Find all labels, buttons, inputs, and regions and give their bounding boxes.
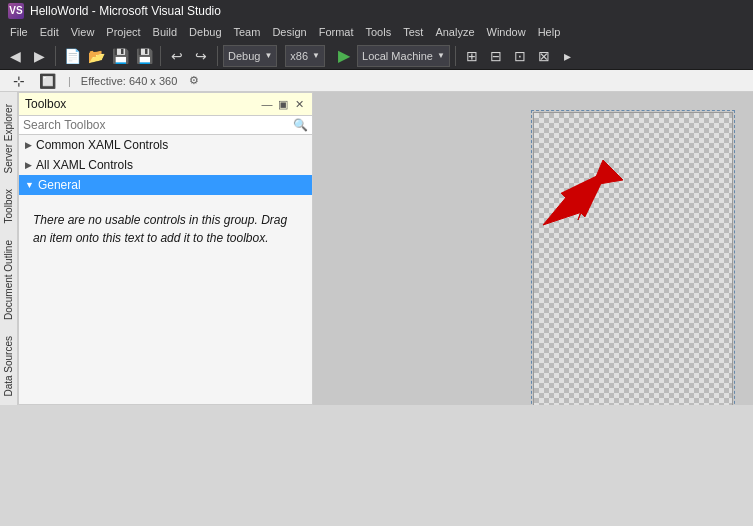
toolbar-extra-1[interactable]: ⊞ bbox=[461, 45, 483, 67]
toolbox-header: Toolbox — ▣ ✕ bbox=[19, 93, 312, 116]
design-surface[interactable]: ⛓ bbox=[533, 112, 733, 405]
menu-build[interactable]: Build bbox=[147, 24, 183, 40]
toolbox-search-bar[interactable]: 🔍 bbox=[19, 116, 312, 135]
debug-config-dropdown[interactable]: Debug ▼ bbox=[223, 45, 277, 67]
toolbar-extra-2[interactable]: ⊟ bbox=[485, 45, 507, 67]
left-vtabs: Server Explorer Toolbox Document Outline… bbox=[0, 92, 18, 405]
menu-design[interactable]: Design bbox=[266, 24, 312, 40]
sub-toolbar: ⊹ 🔲 | Effective: 640 x 360 ⚙ bbox=[0, 70, 753, 92]
search-icon: 🔍 bbox=[293, 118, 308, 132]
cursor-tool[interactable]: ⊹ bbox=[8, 70, 30, 92]
canvas-area[interactable]: ⛓ bbox=[313, 92, 753, 405]
toolbox-search-input[interactable] bbox=[23, 118, 293, 132]
start-button[interactable]: ▶ bbox=[333, 45, 355, 67]
toolbar-extra-3[interactable]: ⊡ bbox=[509, 45, 531, 67]
back-button[interactable]: ◀ bbox=[4, 45, 26, 67]
toolbox-group-common-xaml[interactable]: ▶ Common XAML Controls bbox=[19, 135, 312, 155]
menu-format[interactable]: Format bbox=[313, 24, 360, 40]
debug-config-label: Debug bbox=[228, 50, 260, 62]
menu-edit[interactable]: Edit bbox=[34, 24, 65, 40]
toolbox-group-general[interactable]: ▼ General bbox=[19, 175, 312, 195]
vs-icon: VS bbox=[8, 3, 24, 19]
toolbar-separator-2 bbox=[160, 46, 161, 66]
open-button[interactable]: 📂 bbox=[85, 45, 107, 67]
toolbox-float-button[interactable]: ▣ bbox=[276, 97, 290, 111]
save-all-button[interactable]: 💾 bbox=[133, 45, 155, 67]
common-xaml-label: Common XAML Controls bbox=[36, 138, 168, 152]
toolbar-separator-4 bbox=[455, 46, 456, 66]
debug-config-arrow: ▼ bbox=[264, 51, 272, 60]
menu-file[interactable]: File bbox=[4, 24, 34, 40]
server-explorer-tab[interactable]: Server Explorer bbox=[1, 96, 16, 181]
toolbox-tab[interactable]: Toolbox bbox=[1, 181, 16, 231]
content-wrap: ⊹ 🔲 | Effective: 640 x 360 ⚙ Server Expl… bbox=[0, 70, 753, 405]
forward-button[interactable]: ▶ bbox=[28, 45, 50, 67]
toolbar-extra-5[interactable]: ▸ bbox=[557, 45, 579, 67]
menu-project[interactable]: Project bbox=[100, 24, 146, 40]
menu-help[interactable]: Help bbox=[532, 24, 567, 40]
redo-button[interactable]: ↪ bbox=[190, 45, 212, 67]
general-label: General bbox=[38, 178, 81, 192]
platform-arrow: ▼ bbox=[312, 51, 320, 60]
zoom-tool[interactable]: 🔲 bbox=[36, 70, 58, 92]
local-machine-dropdown[interactable]: Local Machine ▼ bbox=[357, 45, 450, 67]
expand-arrow-common-xaml: ▶ bbox=[25, 140, 32, 150]
toolbox-items: ▶ Common XAML Controls ▶ All XAML Contro… bbox=[19, 135, 312, 404]
toolbox-header-buttons: — ▣ ✕ bbox=[260, 97, 306, 111]
data-sources-tab[interactable]: Data Sources bbox=[1, 328, 16, 405]
menu-debug[interactable]: Debug bbox=[183, 24, 227, 40]
expand-arrow-general: ▼ bbox=[25, 180, 34, 190]
general-empty-message: There are no usable controls in this gro… bbox=[33, 213, 287, 245]
toolbox-minimize-button[interactable]: — bbox=[260, 97, 274, 111]
title-bar: VS HelloWorld - Microsoft Visual Studio bbox=[0, 0, 753, 22]
platform-dropdown[interactable]: x86 ▼ bbox=[285, 45, 325, 67]
menu-test[interactable]: Test bbox=[397, 24, 429, 40]
local-machine-arrow: ▼ bbox=[437, 51, 445, 60]
menu-window[interactable]: Window bbox=[481, 24, 532, 40]
menu-view[interactable]: View bbox=[65, 24, 101, 40]
toolbar: ◀ ▶ 📄 📂 💾 💾 ↩ ↪ Debug ▼ x86 ▼ ▶ Local Ma… bbox=[0, 42, 753, 70]
toolbar-extra-4[interactable]: ⊠ bbox=[533, 45, 555, 67]
toolbox-panel: Toolbox — ▣ ✕ 🔍 ▶ Common XAML Controls ▶ bbox=[18, 92, 313, 405]
toolbox-close-button[interactable]: ✕ bbox=[292, 97, 306, 111]
toolbar-separator-1 bbox=[55, 46, 56, 66]
expand-arrow-all-xaml: ▶ bbox=[25, 160, 32, 170]
menu-team[interactable]: Team bbox=[228, 24, 267, 40]
menu-bar: File Edit View Project Build Debug Team … bbox=[0, 22, 753, 42]
all-xaml-label: All XAML Controls bbox=[36, 158, 133, 172]
app-title: HelloWorld - Microsoft Visual Studio bbox=[30, 4, 221, 18]
menu-analyze[interactable]: Analyze bbox=[429, 24, 480, 40]
gear-icon[interactable]: ⚙ bbox=[189, 74, 199, 87]
new-project-button[interactable]: 📄 bbox=[61, 45, 83, 67]
local-machine-label: Local Machine bbox=[362, 50, 433, 62]
toolbox-title: Toolbox bbox=[25, 97, 66, 111]
toolbox-group-all-xaml[interactable]: ▶ All XAML Controls bbox=[19, 155, 312, 175]
platform-label: x86 bbox=[290, 50, 308, 62]
toolbar-separator-3 bbox=[217, 46, 218, 66]
menu-tools[interactable]: Tools bbox=[360, 24, 398, 40]
document-outline-tab[interactable]: Document Outline bbox=[1, 232, 16, 328]
toolbox-general-content: There are no usable controls in this gro… bbox=[19, 195, 312, 263]
undo-button[interactable]: ↩ bbox=[166, 45, 188, 67]
sub-separator: | bbox=[68, 75, 71, 87]
body-area: Server Explorer Toolbox Document Outline… bbox=[0, 92, 753, 405]
effective-size-label: Effective: 640 x 360 bbox=[81, 75, 177, 87]
save-button[interactable]: 💾 bbox=[109, 45, 131, 67]
